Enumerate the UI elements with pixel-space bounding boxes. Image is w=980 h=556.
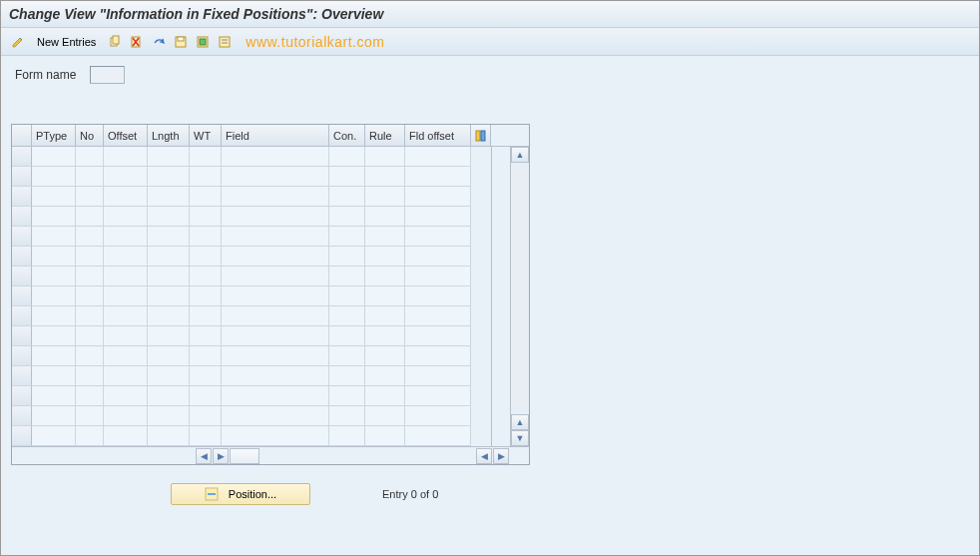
svg-rect-1 [113, 36, 119, 44]
col-header-con[interactable]: Con. [329, 125, 365, 146]
position-label: Position... [229, 488, 276, 500]
col-header-ptype[interactable]: PType [32, 125, 76, 146]
col-header-fld-offset[interactable]: Fld offset [405, 125, 471, 146]
horizontal-scrollbar[interactable]: ◀ ▶ ◀ ▶ [12, 446, 529, 464]
position-button[interactable]: Position... [171, 483, 310, 505]
svg-rect-6 [178, 37, 184, 41]
delete-icon[interactable] [128, 33, 146, 51]
page-title: Change View "Information in Fixed Positi… [1, 1, 979, 28]
content-area: Form name PType No Offset Lngth WT Field… [1, 56, 979, 556]
vertical-scrollbar[interactable]: ▲ ▲ ▼ [510, 147, 529, 446]
scroll-down-button[interactable]: ▼ [511, 430, 529, 446]
table-row[interactable] [12, 227, 491, 247]
table-row[interactable] [12, 386, 491, 406]
copy-icon[interactable] [106, 33, 124, 51]
entry-count-text: Entry 0 of 0 [382, 488, 438, 500]
table-footer: Position... Entry 0 of 0 [11, 483, 969, 505]
scroll-left-button[interactable]: ◀ [196, 448, 212, 464]
table-row[interactable] [12, 326, 491, 346]
new-entries-button[interactable]: New Entries [31, 32, 102, 52]
scroll-right-end-button[interactable]: ▶ [493, 448, 509, 464]
select-all-corner[interactable] [12, 125, 32, 146]
table-row[interactable] [12, 406, 491, 426]
select-all-icon[interactable] [194, 33, 212, 51]
table-row[interactable] [12, 167, 491, 187]
toolbar: New Entries www.tutorialkart.com [1, 28, 979, 56]
scroll-up-button[interactable]: ▲ [511, 147, 529, 163]
scroll-right-button[interactable]: ▶ [213, 448, 229, 464]
save-icon[interactable] [172, 33, 190, 51]
form-name-label: Form name [15, 68, 76, 82]
table-row[interactable] [12, 187, 491, 207]
watermark-text: www.tutorialkart.com [245, 34, 384, 50]
edit-icon[interactable] [9, 33, 27, 51]
svg-rect-9 [220, 37, 230, 47]
table-row[interactable] [12, 147, 491, 167]
col-header-lngth[interactable]: Lngth [148, 125, 190, 146]
table-row[interactable] [12, 247, 491, 267]
scroll-thumb[interactable] [230, 448, 259, 464]
table-body [12, 147, 491, 446]
svg-rect-15 [208, 493, 216, 495]
table-row[interactable] [12, 207, 491, 227]
table-row[interactable] [12, 306, 491, 326]
col-header-offset[interactable]: Offset [104, 125, 148, 146]
col-header-field[interactable]: Field [222, 125, 329, 146]
table-row[interactable] [12, 286, 491, 306]
form-name-row: Form name [11, 66, 969, 84]
scroll-up-inner-button[interactable]: ▲ [511, 414, 529, 430]
svg-rect-13 [481, 131, 485, 141]
table-row[interactable] [12, 426, 491, 446]
col-header-rule[interactable]: Rule [365, 125, 405, 146]
svg-rect-8 [200, 39, 206, 45]
table-header: PType No Offset Lngth WT Field Con. Rule… [12, 125, 529, 147]
svg-rect-12 [476, 131, 480, 141]
table-settings-icon[interactable] [471, 125, 491, 146]
new-entries-label: New Entries [37, 36, 96, 48]
table-row[interactable] [12, 366, 491, 386]
undo-icon[interactable] [150, 33, 168, 51]
table-row[interactable] [12, 346, 491, 366]
col-header-wt[interactable]: WT [190, 125, 222, 146]
data-table: PType No Offset Lngth WT Field Con. Rule… [11, 124, 530, 465]
form-name-input[interactable] [90, 66, 125, 84]
deselect-all-icon[interactable] [216, 33, 234, 51]
table-row[interactable] [12, 267, 491, 286]
scroll-left-end-button[interactable]: ◀ [476, 448, 492, 464]
col-header-no[interactable]: No [76, 125, 104, 146]
position-icon [205, 487, 219, 501]
